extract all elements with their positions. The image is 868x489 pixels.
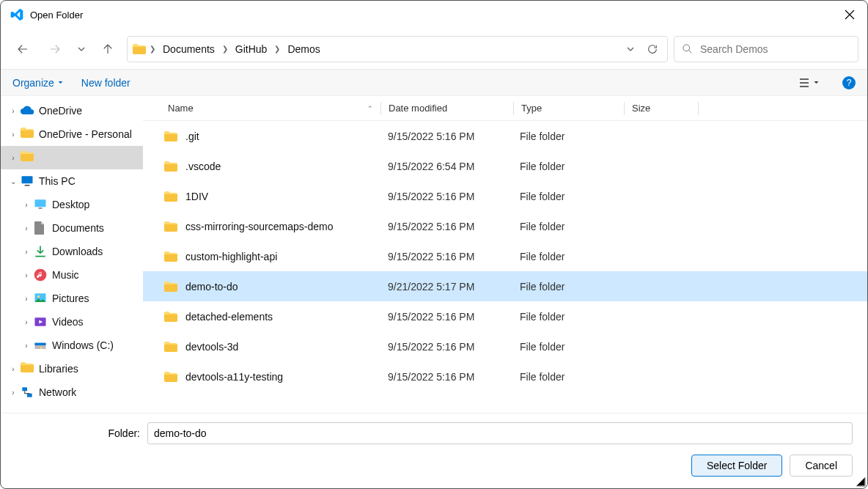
- file-type: File folder: [512, 371, 622, 383]
- file-date: 9/15/2022 5:16 PM: [380, 221, 512, 232]
- chevron-right-icon[interactable]: ›: [7, 154, 20, 162]
- file-row[interactable]: css-mirroring-sourcemaps-demo9/15/2022 5…: [143, 211, 867, 241]
- tree-item-libraries[interactable]: ›Libraries: [1, 357, 143, 380]
- videos-icon: [33, 315, 48, 329]
- button-row: Select Folder Cancel: [15, 455, 853, 477]
- tree-item-onedrive-personal[interactable]: ›OneDrive - Personal: [1, 122, 143, 146]
- chevron-right-icon[interactable]: ›: [7, 107, 20, 115]
- breadcrumb-documents[interactable]: Documents: [158, 40, 219, 58]
- tree-item-folder[interactable]: ›: [1, 146, 143, 169]
- chevron-right-icon[interactable]: ›: [20, 318, 33, 326]
- chevron-right-icon[interactable]: ›: [20, 295, 33, 303]
- file-row[interactable]: detached-elements9/15/2022 5:16 PMFile f…: [143, 301, 867, 331]
- refresh-button[interactable]: [642, 39, 663, 59]
- search-input[interactable]: [700, 43, 850, 55]
- file-rows[interactable]: .git9/15/2022 5:16 PMFile folder.vscode9…: [143, 121, 867, 413]
- tree-item-this-pc[interactable]: ⌄This PC: [1, 169, 143, 193]
- address-bar[interactable]: ❯ Documents ❯ GitHub ❯ Demos: [127, 36, 668, 62]
- tree-item-windows-c-[interactable]: ›Windows (C:): [1, 334, 143, 357]
- resize-grip-icon[interactable]: [856, 477, 866, 487]
- tree-item-label: Downloads: [52, 246, 103, 257]
- tree-item-onedrive[interactable]: ›OneDrive: [1, 99, 143, 122]
- select-folder-button[interactable]: Select Folder: [691, 455, 782, 477]
- file-name: 1DIV: [185, 191, 208, 202]
- help-button[interactable]: ?: [842, 76, 856, 89]
- column-type[interactable]: Type: [514, 103, 624, 114]
- tree-item-pictures[interactable]: ›Pictures: [1, 287, 143, 310]
- column-date[interactable]: Date modified: [381, 103, 513, 114]
- up-button[interactable]: [95, 36, 121, 62]
- chevron-right-icon[interactable]: ❯: [273, 45, 282, 53]
- breadcrumb-demos[interactable]: Demos: [283, 40, 324, 58]
- chevron-right-icon[interactable]: ›: [20, 201, 33, 209]
- file-date: 9/21/2022 5:17 PM: [380, 281, 512, 293]
- folder-icon: [20, 127, 34, 141]
- file-date: 9/15/2022 5:16 PM: [380, 341, 512, 353]
- chevron-right-icon[interactable]: ›: [7, 365, 20, 373]
- file-row[interactable]: devtools-a11y-testing9/15/2022 5:16 PMFi…: [143, 361, 867, 391]
- search-icon: [682, 43, 693, 54]
- back-button[interactable]: [10, 36, 36, 62]
- desktop-icon: [33, 197, 48, 212]
- nav-row: ❯ Documents ❯ GitHub ❯ Demos: [1, 29, 867, 70]
- chevron-right-icon[interactable]: ›: [7, 130, 20, 139]
- recent-dropdown[interactable]: [74, 36, 89, 62]
- folder-icon: [163, 161, 178, 172]
- tree-item-label: This PC: [39, 175, 76, 187]
- tree-item-documents[interactable]: ›Documents: [1, 216, 143, 240]
- chevron-right-icon[interactable]: ❯: [148, 45, 157, 53]
- svg-point-7: [37, 295, 40, 298]
- file-type: File folder: [512, 341, 622, 353]
- cancel-button[interactable]: Cancel: [790, 455, 853, 477]
- file-row[interactable]: devtools-3d9/15/2022 5:16 PMFile folder: [143, 331, 867, 361]
- organize-menu[interactable]: Organize: [12, 77, 64, 89]
- file-row[interactable]: demo-to-do9/21/2022 5:17 PMFile folder: [143, 271, 867, 301]
- file-date: 9/15/2022 5:16 PM: [380, 371, 512, 383]
- column-size[interactable]: Size: [625, 103, 698, 114]
- tree-item-videos[interactable]: ›Videos: [1, 310, 143, 334]
- pc-icon: [20, 174, 34, 188]
- svg-rect-3: [35, 199, 46, 207]
- music-icon: [33, 268, 48, 282]
- file-date: 9/15/2022 5:16 PM: [380, 191, 512, 202]
- new-folder-button[interactable]: New folder: [81, 77, 130, 89]
- tree-item-network[interactable]: ›Network: [1, 380, 143, 404]
- view-menu[interactable]: [792, 78, 825, 88]
- chevron-right-icon[interactable]: ›: [20, 271, 33, 279]
- tree-item-desktop[interactable]: ›Desktop: [1, 193, 143, 216]
- address-dropdown[interactable]: [620, 39, 641, 59]
- svg-rect-4: [39, 207, 43, 209]
- file-row[interactable]: .git9/15/2022 5:16 PMFile folder: [143, 121, 867, 151]
- file-type: File folder: [512, 281, 622, 293]
- chevron-right-icon[interactable]: ›: [20, 248, 33, 256]
- svg-rect-13: [27, 394, 32, 397]
- file-row[interactable]: 1DIV9/15/2022 5:16 PMFile folder: [143, 181, 867, 211]
- svg-rect-10: [35, 343, 46, 345]
- chevron-right-icon[interactable]: ›: [20, 224, 33, 232]
- file-name: .git: [185, 130, 199, 142]
- tree-item-downloads[interactable]: ›Downloads: [1, 240, 143, 263]
- chevron-right-icon[interactable]: ❯: [221, 45, 229, 53]
- file-row[interactable]: .vscode9/15/2022 6:54 PMFile folder: [143, 151, 867, 181]
- file-row[interactable]: custom-highlight-api9/15/2022 5:16 PMFil…: [143, 241, 867, 271]
- tree-item-music[interactable]: ›Music: [1, 263, 143, 287]
- tree-sidebar[interactable]: ›OneDrive›OneDrive - Personal›⌄This PC›D…: [1, 96, 143, 413]
- drive-icon: [33, 338, 48, 353]
- folder-input[interactable]: [147, 422, 853, 444]
- file-type: File folder: [512, 221, 622, 232]
- tree-item-label: Videos: [52, 316, 84, 328]
- file-date: 9/15/2022 5:16 PM: [380, 311, 512, 323]
- chevron-right-icon[interactable]: ›: [7, 389, 20, 397]
- column-name[interactable]: Name ⌃: [161, 103, 380, 114]
- file-name: demo-to-do: [185, 281, 238, 293]
- breadcrumb-github[interactable]: GitHub: [231, 40, 272, 58]
- search-box[interactable]: [674, 36, 858, 62]
- folder-icon: [163, 221, 178, 232]
- forward-button[interactable]: [42, 36, 68, 62]
- window-title: Open Folder: [30, 10, 83, 21]
- vscode-icon: [10, 7, 24, 22]
- chevron-right-icon[interactable]: ›: [20, 342, 33, 350]
- close-button[interactable]: [838, 3, 861, 26]
- chevron-down-icon[interactable]: ⌄: [7, 177, 20, 185]
- file-type: File folder: [512, 191, 622, 202]
